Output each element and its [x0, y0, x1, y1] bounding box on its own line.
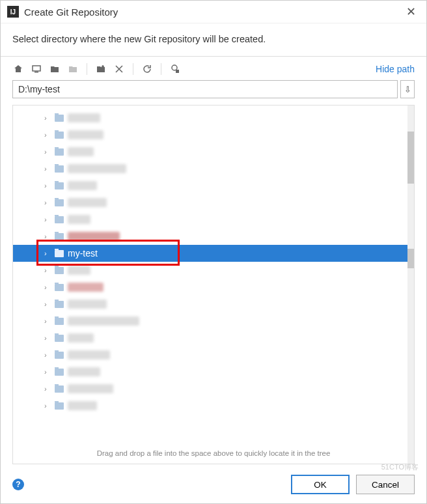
chevron-right-icon: ›	[44, 402, 51, 410]
chevron-right-icon: ›	[44, 317, 51, 325]
tree-item[interactable]: ›	[13, 313, 414, 329]
toolbar-separator	[161, 63, 161, 75]
tree-item-label-blurred	[68, 333, 94, 343]
folder-icon	[55, 165, 64, 173]
chevron-right-icon: ›	[44, 199, 51, 206]
path-row: ⇩	[1, 80, 426, 105]
chevron-right-icon: ›	[44, 114, 51, 122]
titlebar: IJ Create Git Repository ✕	[1, 1, 426, 23]
tree-item-label-blurred	[68, 384, 113, 393]
tree-item[interactable]: ›	[13, 329, 414, 346]
folder-icon	[55, 267, 64, 274]
tree-item-label-blurred	[68, 283, 103, 292]
directory-tree-panel: › › › › › › › › ›my-test › › › › › › › ›…	[12, 105, 415, 464]
folder-icon	[55, 115, 64, 122]
folder-icon	[55, 182, 64, 189]
chevron-right-icon: ›	[44, 283, 51, 291]
desktop-icon[interactable]	[31, 63, 42, 75]
folder-icon	[55, 284, 64, 291]
folder-icon	[55, 402, 64, 410]
help-icon[interactable]: ?	[12, 479, 24, 490]
tree-item[interactable]: ›	[13, 363, 414, 380]
chevron-right-icon: ›	[44, 368, 51, 376]
new-folder-icon[interactable]	[95, 63, 107, 75]
folder-icon	[55, 250, 64, 257]
chevron-right-icon: ›	[44, 385, 51, 393]
tree-item-label-blurred	[68, 316, 139, 326]
chevron-right-icon: ›	[44, 165, 51, 173]
close-icon[interactable]: ✕	[402, 5, 420, 19]
watermark: 51CTO博客	[381, 462, 419, 472]
history-dropdown-icon[interactable]: ⇩	[400, 80, 415, 98]
tree-item-label: my-test	[68, 248, 98, 259]
folder-icon	[55, 132, 64, 139]
home-icon[interactable]	[12, 63, 24, 75]
chevron-right-icon: ›	[44, 351, 51, 359]
dialog-title: Create Git Repository	[24, 7, 402, 18]
folder-icon	[55, 148, 64, 156]
chevron-right-icon: ›	[44, 249, 51, 257]
folder-icon	[55, 233, 64, 240]
project-folder-icon[interactable]	[49, 63, 61, 75]
tree-item-label-blurred	[68, 181, 97, 190]
tree-item[interactable]: ›	[13, 397, 414, 414]
tree-item[interactable]: ›	[13, 262, 414, 279]
tree-item[interactable]: ›	[13, 228, 414, 245]
svg-rect-0	[33, 66, 40, 71]
tree-item-label-blurred	[68, 113, 100, 122]
tree-item[interactable]: ›	[13, 160, 414, 177]
show-hidden-icon[interactable]	[169, 63, 181, 75]
folder-icon	[55, 318, 64, 325]
hide-path-link[interactable]: Hide path	[376, 64, 415, 74]
tree-item[interactable]: ›	[13, 296, 414, 313]
intellij-icon: IJ	[7, 6, 19, 18]
tree-item[interactable]: ›	[13, 109, 414, 126]
tree-item-label-blurred	[68, 130, 103, 139]
svg-rect-3	[176, 70, 179, 73]
dialog-subtitle: Select directory where the new Git repos…	[1, 23, 426, 57]
refresh-icon[interactable]	[141, 63, 153, 75]
ok-button[interactable]: OK	[291, 475, 350, 494]
delete-icon[interactable]	[113, 63, 125, 75]
chevron-right-icon: ›	[44, 266, 51, 274]
tree-item-label-blurred	[68, 198, 107, 207]
path-input[interactable]	[12, 80, 398, 98]
folder-icon	[55, 369, 64, 376]
tree-item-label-blurred	[68, 401, 97, 410]
chevron-right-icon: ›	[44, 131, 51, 139]
tree-item[interactable]: ›	[13, 279, 414, 296]
folder-icon	[55, 385, 64, 393]
dialog-footer: ? OK Cancel	[1, 468, 426, 503]
tree-item[interactable]: ›	[13, 194, 414, 211]
module-folder-icon[interactable]	[67, 63, 79, 75]
tree-item[interactable]: ›	[13, 126, 414, 143]
tree-item-label-blurred	[68, 367, 100, 376]
svg-rect-1	[34, 72, 38, 73]
tree-item-label-blurred	[68, 147, 94, 156]
directory-tree[interactable]: › › › › › › › › ›my-test › › › › › › › ›…	[13, 105, 414, 447]
tree-item[interactable]: ›	[13, 346, 414, 363]
tree-item[interactable]: ›	[13, 211, 414, 228]
tree-item-label-blurred	[68, 215, 90, 224]
toolbar-separator	[87, 63, 87, 75]
folder-icon	[55, 335, 64, 342]
tree-item[interactable]: ›	[13, 143, 414, 160]
folder-icon	[55, 216, 64, 223]
chevron-right-icon: ›	[44, 182, 51, 189]
folder-icon	[55, 301, 64, 308]
chevron-right-icon: ›	[44, 334, 51, 342]
cancel-button[interactable]: Cancel	[356, 475, 415, 494]
tree-item-label-blurred	[68, 350, 110, 359]
chevron-right-icon: ›	[44, 232, 51, 240]
chevron-right-icon: ›	[44, 216, 51, 223]
scrollbar-thumb[interactable]	[407, 132, 414, 184]
tree-item[interactable]: ›	[13, 177, 414, 194]
create-git-repository-dialog: IJ Create Git Repository ✕ Select direct…	[0, 0, 427, 504]
svg-point-2	[172, 65, 177, 70]
tree-item[interactable]: ›	[13, 380, 414, 397]
chevron-right-icon: ›	[44, 148, 51, 156]
scrollbar-thumb[interactable]	[407, 249, 414, 268]
folder-icon	[55, 352, 64, 359]
tree-item-selected[interactable]: ›my-test	[13, 245, 414, 262]
toolbar: Hide path	[1, 57, 426, 80]
